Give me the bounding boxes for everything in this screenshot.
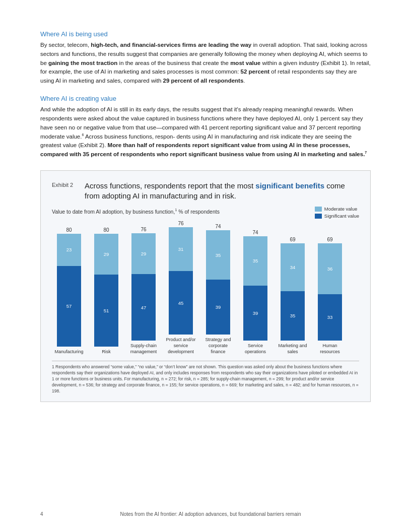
section1-body: By sector, telecom, high-tech, and finan… — [40, 41, 371, 86]
bar-group-4: 743539Strategy and corporate finance — [201, 224, 235, 355]
bar-stack-6: 3435 — [281, 243, 305, 341]
chart-legend: Moderate value Significant value — [315, 206, 359, 219]
section2-heading: Where AI is creating value — [40, 95, 371, 102]
bar-moderate-4: 35 — [206, 230, 230, 280]
legend-moderate-label: Moderate value — [324, 206, 357, 212]
bar-moderate-7: 36 — [318, 243, 342, 294]
bar-group-0: 802357Manufacturing — [52, 227, 86, 355]
bar-label-3: Product and/or service development — [164, 337, 198, 355]
bar-stack-5: 3539 — [243, 236, 267, 341]
bar-moderate-3: 31 — [169, 227, 193, 271]
bar-total-label-7: 69 — [327, 237, 332, 242]
bar-moderate-1: 29 — [94, 234, 118, 275]
bar-significant-2: 47 — [131, 274, 156, 341]
bar-significant-1: 51 — [94, 275, 118, 347]
bar-moderate-6: 34 — [281, 243, 305, 291]
bar-total-label-3: 76 — [178, 221, 183, 226]
bar-total-label-2: 76 — [141, 227, 146, 232]
bar-stack-7: 3633 — [318, 243, 342, 341]
bar-moderate-2: 29 — [131, 233, 156, 274]
bar-moderate-0: 23 — [57, 234, 81, 266]
section-ai-creating-value: Where AI is creating value And while the… — [40, 95, 371, 159]
bar-total-label-1: 80 — [103, 227, 109, 233]
bar-label-7: Human resources — [313, 343, 347, 355]
bar-stack-1: 2951 — [94, 234, 118, 347]
bar-label-6: Marketing and sales — [276, 343, 310, 355]
bar-significant-3: 45 — [169, 271, 193, 335]
bar-significant-7: 33 — [318, 294, 342, 341]
bar-group-2: 762947Supply-chain management — [126, 227, 161, 355]
bar-label-0: Manufacturing — [52, 349, 86, 355]
bar-total-label-5: 74 — [252, 230, 258, 235]
bar-significant-5: 39 — [243, 286, 267, 341]
bar-significant-0: 57 — [57, 266, 81, 347]
bar-moderate-5: 35 — [243, 236, 267, 286]
section2-body: And while the adoption of AI is still in… — [40, 105, 371, 159]
page-number: 4 — [40, 511, 50, 517]
bar-group-5: 743539Service operations — [238, 230, 272, 355]
bar-total-label-4: 74 — [215, 224, 221, 229]
bar-stack-0: 2357 — [57, 234, 81, 347]
chart-subtitle: Value to date from AI adoption, by busin… — [52, 208, 220, 215]
bar-group-1: 802951Risk — [89, 227, 123, 355]
page: Where AI is being used By sector, teleco… — [0, 0, 411, 532]
page-footer: 4 Notes from the AI frontier: AI adoptio… — [0, 511, 411, 517]
chart-bars: 802357Manufacturing802951Risk762947Suppl… — [52, 221, 359, 355]
section1-heading: Where AI is being used — [40, 30, 371, 38]
footer-text: Notes from the AI frontier: AI adoption … — [50, 511, 371, 517]
exhibit-header: Exhibit 2 Across functions, respondents … — [52, 181, 359, 202]
bar-group-6: 693435Marketing and sales — [276, 237, 310, 355]
legend-moderate-color — [315, 207, 322, 212]
bar-total-label-0: 80 — [66, 227, 72, 233]
legend-significant: Significant value — [315, 213, 359, 219]
exhibit-title-highlight: significant benefits — [255, 181, 324, 190]
bar-label-5: Service operations — [238, 343, 272, 355]
bar-total-label-6: 69 — [290, 237, 295, 242]
bar-stack-4: 3539 — [206, 230, 230, 335]
bar-label-1: Risk — [89, 349, 123, 355]
legend-moderate: Moderate value — [315, 206, 359, 212]
chart-legend-row: Value to date from AI adoption, by busin… — [52, 206, 359, 219]
bar-significant-6: 35 — [281, 291, 305, 341]
bar-stack-2: 2947 — [131, 233, 156, 341]
section-ai-being-used: Where AI is being used By sector, teleco… — [40, 30, 371, 86]
exhibit-2: Exhibit 2 Across functions, respondents … — [40, 170, 371, 402]
bar-label-4: Strategy and corporate finance — [201, 337, 235, 355]
exhibit-title-normal: Across functions, respondents report tha… — [85, 181, 255, 190]
exhibit-footnote: 1 Respondents who answered “some value,”… — [52, 361, 359, 394]
exhibit-label: Exhibit 2 — [52, 181, 85, 188]
legend-significant-label: Significant value — [324, 213, 359, 219]
bar-group-7: 693633Human resources — [313, 237, 347, 355]
bar-stack-3: 3145 — [169, 227, 193, 335]
exhibit-title: Across functions, respondents report tha… — [85, 181, 359, 202]
bar-group-3: 763145Product and/or service development — [164, 221, 198, 355]
bar-significant-4: 39 — [206, 280, 230, 335]
bar-label-2: Supply-chain management — [126, 343, 161, 355]
legend-significant-color — [315, 214, 322, 219]
